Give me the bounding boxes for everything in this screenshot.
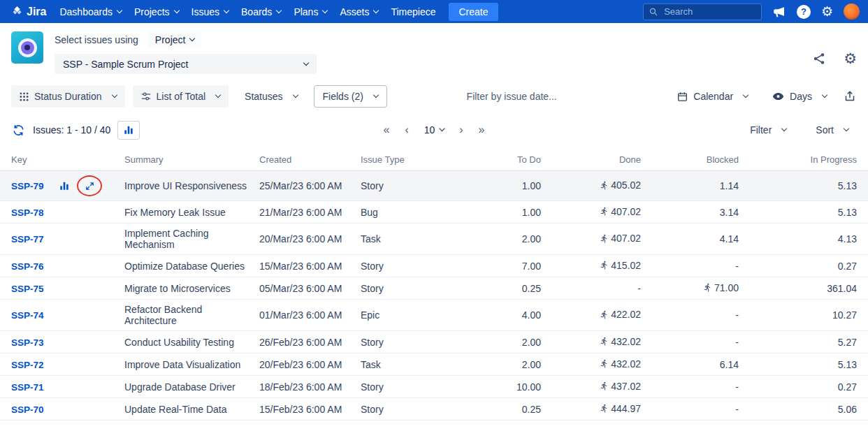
menu-projects[interactable]: Projects (128, 0, 185, 23)
search-input[interactable] (663, 6, 755, 17)
next-page-button[interactable]: › (453, 122, 469, 138)
cell-blocked: 71.00 (646, 277, 744, 300)
issue-key-link[interactable]: SSP-72 (11, 360, 44, 370)
menu-timepiece[interactable]: Timepiece (384, 0, 442, 23)
row-expand-button[interactable] (83, 180, 96, 192)
app-logo (11, 31, 43, 64)
annotation-red-circle (77, 175, 102, 196)
col-key[interactable]: Key (0, 148, 52, 171)
cell-key: SSP-75 (0, 277, 52, 300)
last-page-button[interactable]: » (472, 122, 491, 138)
bar-chart-icon (124, 125, 133, 135)
first-page-button[interactable]: « (377, 122, 396, 138)
cell-value: 5.13 (838, 359, 857, 370)
refresh-button[interactable] (11, 123, 26, 138)
statuses-dropdown[interactable]: Statuses (236, 85, 305, 108)
help-icon[interactable]: ? (797, 5, 811, 19)
col-issue-type[interactable]: Issue Type (355, 148, 433, 171)
cell-issue-type: Task (355, 353, 433, 376)
menu-assets[interactable]: Assets (333, 0, 384, 23)
user-avatar[interactable] (844, 3, 860, 20)
cell-row-actions (52, 224, 119, 255)
issue-date-filter-input[interactable] (465, 90, 591, 103)
issue-source-value: Project (155, 34, 186, 45)
col-created[interactable]: Created (254, 148, 355, 171)
cell-value: - (735, 309, 739, 321)
days-dropdown[interactable]: Days (764, 85, 835, 108)
cell-in_progress: 5.13 (744, 201, 868, 224)
cell-row-actions (52, 277, 119, 300)
cell-row-actions (52, 201, 119, 224)
create-button[interactable]: Create (449, 3, 498, 21)
menu-issues[interactable]: Issues (185, 0, 235, 23)
runner-icon (600, 310, 609, 319)
cell-value: 3.14 (720, 207, 739, 218)
cell-summary: Fix Memory Leak Issue (119, 201, 254, 224)
cell-row-actions (52, 300, 119, 331)
issue-source-dropdown[interactable]: Project (148, 31, 202, 48)
list-of-total-dropdown[interactable]: List of Total (133, 85, 229, 108)
runner-icon (600, 404, 609, 413)
menu-dashboards[interactable]: Dashboards (53, 0, 128, 23)
cell-value: 2.00 (522, 359, 541, 370)
announcement-icon[interactable] (772, 5, 786, 19)
fields-dropdown[interactable]: Fields (2) (314, 85, 387, 108)
issue-key-link[interactable]: SSP-76 (11, 261, 44, 272)
row-chart-button[interactable] (57, 180, 71, 192)
cell-value: 6.14 (720, 359, 739, 370)
issue-key-link[interactable]: SSP-74 (11, 310, 44, 321)
table-row: SSP-71Upgrade Database Driver18/Feb/23 6… (0, 376, 868, 398)
runner-icon (600, 181, 609, 190)
cell-value: 7.00 (522, 261, 541, 272)
share-icon[interactable] (813, 52, 825, 65)
sort-label: Sort (816, 124, 834, 136)
export-button[interactable] (843, 89, 857, 103)
issue-key-link[interactable]: SSP-77 (11, 234, 44, 244)
calendar-dropdown[interactable]: Calendar (669, 85, 756, 108)
report-settings-gear-icon[interactable]: ⚙ (844, 51, 857, 66)
settings-gear-icon[interactable]: ⚙ (821, 5, 833, 18)
pagination: « ‹ 10 › » (377, 122, 491, 138)
issue-key-link[interactable]: SSP-78 (11, 207, 44, 218)
global-search[interactable] (643, 3, 762, 20)
chevron-down-icon (111, 92, 117, 98)
page-size-dropdown[interactable]: 10 (418, 123, 451, 137)
cell-in_progress: 0.27 (744, 255, 868, 277)
col-in-progress[interactable]: In Progress (744, 148, 868, 171)
issue-key-link[interactable]: SSP-75 (11, 284, 44, 294)
status-duration-dropdown[interactable]: Status Duration (11, 85, 125, 108)
cell-done: 407.02 (547, 224, 646, 255)
cell-value: - (735, 404, 739, 415)
chart-view-button[interactable] (117, 121, 140, 140)
prev-page-button[interactable]: ‹ (398, 122, 414, 138)
cell-created: 20/Feb/23 6:00 AM (254, 353, 355, 376)
issue-key-link[interactable]: SSP-71 (11, 382, 44, 393)
chevron-down-icon (276, 7, 282, 13)
cell-in_progress: 4.13 (744, 224, 868, 255)
issue-key-link[interactable]: SSP-73 (11, 337, 44, 348)
cell-value: 432.02 (611, 336, 641, 347)
col-to-do[interactable]: To Do (433, 148, 547, 171)
main-menu: Dashboards Projects Issues Boards Plans … (53, 0, 442, 23)
issue-key-link[interactable]: SSP-70 (11, 404, 44, 415)
days-label: Days (790, 91, 812, 102)
cell-value: 437.02 (611, 381, 641, 392)
col-done[interactable]: Done (547, 148, 646, 171)
calendar-icon (677, 92, 688, 102)
project-dropdown[interactable]: SSP - Sample Scrum Project (55, 54, 317, 74)
cell-value: 5.13 (838, 180, 857, 191)
cell-issue-type: Bug (355, 201, 433, 224)
col-blocked[interactable]: Blocked (646, 148, 744, 171)
filter-dropdown[interactable]: Filter (742, 119, 795, 141)
cell-value: 4.13 (838, 233, 857, 244)
menu-plans[interactable]: Plans (287, 0, 333, 23)
issue-key-link[interactable]: SSP-79 (11, 181, 44, 191)
jira-logo[interactable]: Jira (8, 6, 53, 18)
cell-issue-type: Story (355, 376, 433, 398)
cell-row-actions (52, 331, 119, 353)
cell-created: 26/Feb/23 6:00 AM (254, 331, 355, 353)
col-summary[interactable]: Summary (119, 148, 254, 171)
cell-created: 15/Mar/23 6:00 AM (254, 255, 355, 277)
menu-boards[interactable]: Boards (235, 0, 287, 23)
sort-dropdown[interactable]: Sort (807, 119, 857, 141)
